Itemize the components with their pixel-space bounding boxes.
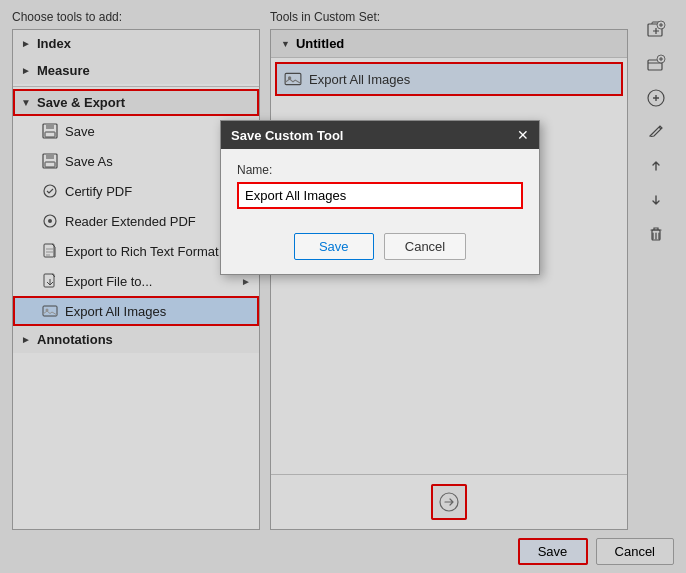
modal-close-button[interactable]: ✕ bbox=[517, 127, 529, 143]
save-custom-tool-modal: Save Custom Tool ✕ Name: Save Cancel bbox=[220, 120, 540, 275]
modal-cancel-button[interactable]: Cancel bbox=[384, 233, 466, 260]
modal-titlebar: Save Custom Tool ✕ bbox=[221, 121, 539, 149]
modal-footer: Save Cancel bbox=[221, 225, 539, 274]
modal-body: Name: bbox=[221, 149, 539, 225]
name-label: Name: bbox=[237, 163, 523, 177]
modal-save-button[interactable]: Save bbox=[294, 233, 374, 260]
name-input[interactable] bbox=[237, 182, 523, 209]
modal-overlay: Save Custom Tool ✕ Name: Save Cancel bbox=[0, 0, 686, 573]
modal-title: Save Custom Tool bbox=[231, 128, 343, 143]
